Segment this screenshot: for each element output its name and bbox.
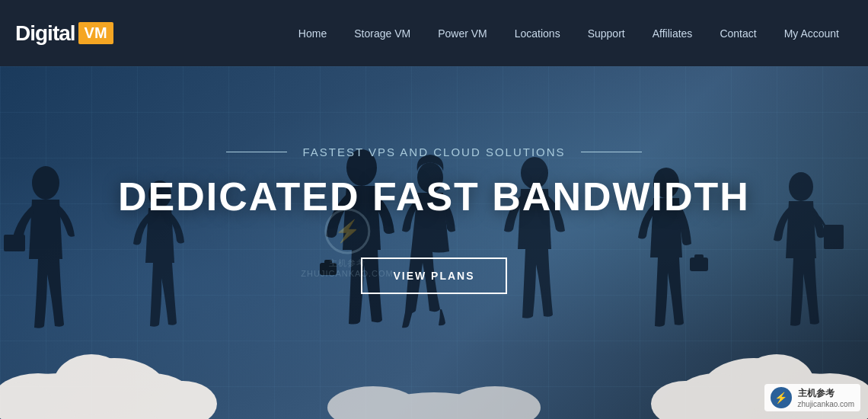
main-nav: Home Storage VM Power VM Locations Suppo… [285,0,853,66]
nav-storage-vm[interactable]: Storage VM [340,0,424,66]
logo[interactable]: Digital VM [15,21,113,46]
hero-subtitle: Fastest VPS and Cloud Solutions [226,146,641,158]
nav-contact[interactable]: Contact [706,0,770,66]
nav-power-vm[interactable]: Power VM [424,0,501,66]
hero-content: Fastest VPS and Cloud Solutions DEDICATE… [0,66,868,419]
hero-section: Fastest VPS and Cloud Solutions DEDICATE… [0,66,868,419]
watermark-site-url: zhujicankao.com [798,400,854,408]
watermark-logo-icon: ⚡ [771,387,792,408]
hero-title: DEDICATED FAST BANDWIDTH [118,174,750,219]
logo-digital: Digital [15,21,75,46]
watermark-info: 主机参考 zhujicankao.com [798,387,854,408]
nav-support[interactable]: Support [574,0,639,66]
bottom-watermark: ⚡ 主机参考 zhujicankao.com [764,384,860,411]
view-plans-button[interactable]: VIEW PLANS [361,257,506,294]
watermark-site-name: 主机参考 [798,387,854,400]
nav-my-account[interactable]: My Account [771,0,853,66]
site-header: Digital VM Home Storage VM Power VM Loca… [0,0,868,66]
logo-vm: VM [78,22,113,44]
nav-home[interactable]: Home [285,0,340,66]
nav-locations[interactable]: Locations [501,0,574,66]
nav-affiliates[interactable]: Affiliates [639,0,707,66]
